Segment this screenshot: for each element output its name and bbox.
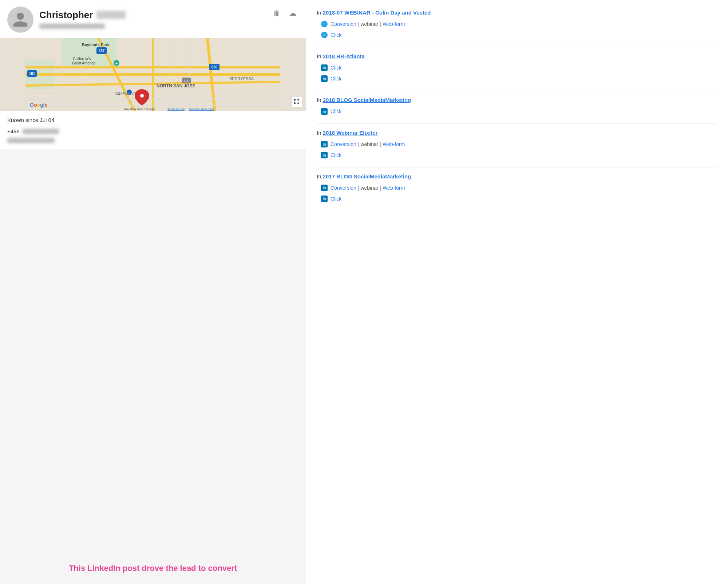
linkedin-icon: in — [321, 152, 328, 158]
activity-separator: | — [358, 185, 359, 191]
campaign-header: In 2018 BLOG SocialMediaMarketing — [317, 97, 717, 103]
twitter-icon: 🐦 — [321, 21, 328, 27]
activity-link[interactable]: Click — [331, 65, 341, 71]
campaign-header: In 2018 HR-Atlanta — [317, 53, 717, 59]
svg-text:BERRYESSA: BERRYESSA — [229, 76, 254, 81]
annotation: This LinkedIn post drove the lead to con… — [0, 549, 306, 584]
left-panel: Christopher 🗑 ☁ — [0, 0, 306, 584]
campaign-header: In 2017 BLOG SocialMediaMarketing — [317, 173, 717, 179]
known-since: Known since Jul 04 — [7, 117, 298, 123]
email-blurred — [7, 138, 55, 143]
activity-link[interactable]: Conversion — [331, 141, 356, 147]
activity-text: webinar — [360, 21, 378, 27]
contact-info: Known since Jul 04 +498 — [0, 111, 306, 149]
svg-text:Terms of Use: Terms of Use — [167, 107, 185, 111]
profile-name: Christopher — [39, 9, 298, 21]
svg-text:California's: California's — [73, 57, 91, 61]
svg-text:Google: Google — [30, 102, 47, 108]
svg-text:Map data ©2018 Google: Map data ©2018 Google — [124, 107, 156, 111]
profile-subtitle-blurred — [39, 24, 105, 29]
svg-text:Intel Museum: Intel Museum — [115, 91, 136, 95]
campaign-title[interactable]: 2018 Webinar Elixiter — [323, 130, 378, 136]
campaign-group-3: In 2018 BLOG SocialMediaMarketinginClick — [317, 91, 717, 124]
trash-button[interactable]: 🗑 — [271, 7, 282, 19]
campaign-group-2: In 2018 HR-AtlantainClickinClick — [317, 47, 717, 91]
profile-header: Christopher 🗑 ☁ — [0, 0, 306, 38]
avatar — [7, 7, 33, 33]
activity-link[interactable]: Click — [331, 196, 341, 202]
map-container: 237 101 880 G4 Baylands Park California'… — [0, 38, 306, 111]
right-panel: In 2018-07 WEBINAR - Colin Day and Veste… — [306, 0, 728, 584]
activity-link[interactable]: Conversion — [331, 185, 356, 191]
linkedin-icon: in — [321, 75, 328, 82]
svg-text:⊕: ⊕ — [115, 62, 118, 65]
activity-link[interactable]: Web-form — [383, 141, 405, 147]
svg-text:□: □ — [128, 91, 130, 94]
header-icons: 🗑 ☁ — [271, 7, 298, 19]
campaign-group-1: In 2018-07 WEBINAR - Colin Day and Veste… — [317, 4, 717, 47]
svg-text:NORTH SAN JOSE: NORTH SAN JOSE — [157, 83, 195, 88]
annotation-text: This LinkedIn post drove the lead to con… — [69, 564, 237, 573]
campaign-title[interactable]: 2018-07 WEBINAR - Colin Day and Vested — [323, 9, 431, 16]
activity-link[interactable]: Click — [331, 108, 341, 114]
campaign-title[interactable]: 2017 BLOG SocialMediaMarketing — [323, 173, 411, 179]
campaign-header: In 2018 Webinar Elixiter — [317, 130, 717, 136]
profile-info: Christopher — [39, 9, 298, 30]
activity-separator: | — [358, 21, 359, 27]
svg-text:101: 101 — [29, 72, 35, 76]
campaign-title[interactable]: 2018 BLOG SocialMediaMarketing — [323, 97, 411, 103]
activity-separator: | — [380, 185, 381, 191]
main-container: Christopher 🗑 ☁ — [0, 0, 728, 584]
activity-row-4-1: inConversion | webinar | Web-form — [317, 139, 717, 149]
activity-separator: | — [358, 141, 359, 147]
svg-point-37 — [140, 94, 144, 98]
in-label: In — [317, 97, 323, 103]
svg-text:Baylands Park: Baylands Park — [82, 43, 110, 47]
map-expand-button[interactable] — [291, 97, 302, 107]
linkedin-icon: in — [321, 108, 328, 115]
cloud-button[interactable]: ☁ — [287, 7, 298, 19]
activity-separator: | — [380, 141, 381, 147]
activity-row-2-2: inClick — [317, 74, 717, 83]
campaign-title[interactable]: 2018 HR-Atlanta — [323, 53, 365, 59]
activity-separator: | — [380, 21, 381, 27]
activity-row-5-2: inClick — [317, 194, 717, 204]
linkedin-icon: in — [321, 196, 328, 202]
campaign-group-4: In 2018 Webinar ElixiterinConversion | w… — [317, 124, 717, 167]
svg-text:Great America: Great America — [72, 61, 95, 65]
twitter-icon: 🐦 — [321, 32, 328, 38]
activity-link[interactable]: Web-form — [383, 185, 405, 191]
phone-row: +498 — [7, 128, 298, 134]
phone-prefix: +498 — [7, 128, 20, 134]
map-svg: 237 101 880 G4 Baylands Park California'… — [0, 38, 306, 111]
activity-text: webinar — [360, 185, 378, 191]
in-label: In — [317, 173, 323, 179]
campaign-header: In 2018-07 WEBINAR - Colin Day and Veste… — [317, 9, 717, 16]
activity-row-3-1: inClick — [317, 107, 717, 116]
activity-link[interactable]: Conversion — [331, 21, 356, 27]
activity-link[interactable]: Click — [331, 152, 341, 158]
svg-text:Report a map error: Report a map error — [189, 107, 214, 111]
activity-row-5-1: inConversion | webinar | Web-form — [317, 183, 717, 193]
email-row — [7, 138, 298, 143]
linkedin-icon: in — [321, 141, 328, 147]
campaign-group-5: In 2017 BLOG SocialMediaMarketinginConve… — [317, 167, 717, 211]
activity-row-4-2: inClick — [317, 150, 717, 160]
linkedin-icon: in — [321, 185, 328, 191]
activity-link[interactable]: Click — [331, 76, 341, 82]
phone-blurred — [23, 129, 59, 134]
in-label: In — [317, 130, 323, 136]
activity-link[interactable]: Web-form — [383, 21, 405, 27]
name-text: Christopher — [39, 9, 93, 21]
svg-text:880: 880 — [211, 65, 218, 69]
activity-text: webinar — [360, 141, 378, 147]
activity-row-1-1: 🐦Conversion | webinar | Web-form — [317, 19, 717, 29]
activity-link[interactable]: Click — [331, 32, 341, 38]
name-badge-blurred — [96, 11, 126, 19]
in-label: In — [317, 53, 323, 59]
activity-row-1-2: 🐦Click — [317, 30, 717, 40]
activity-row-2-1: inClick — [317, 63, 717, 72]
in-label: In — [317, 9, 323, 16]
svg-text:237: 237 — [99, 49, 105, 53]
svg-text:G4: G4 — [184, 79, 189, 83]
